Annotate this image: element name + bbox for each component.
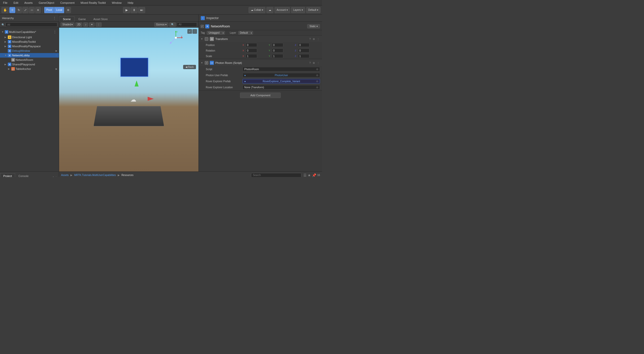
breadcrumb-assets[interactable]: Assets [61,174,69,176]
pos-y-input[interactable] [272,43,283,47]
hand-tool-btn[interactable]: ✋ [2,7,9,13]
pause-btn[interactable]: ⏸ [131,7,138,13]
project-more-btn[interactable]: ⋮ [55,176,57,177]
tree-item-debug-window[interactable]: ⊕ DebugWindow ▶ [0,49,59,53]
collab-btn[interactable]: ☁ Collab ▾ [249,7,265,13]
name-directional-light: Directional Light [12,36,32,39]
asset-star-btn[interactable]: ★ [308,173,311,177]
local-btn[interactable]: Local [54,7,64,13]
menu-file[interactable]: File [2,1,9,5]
tree-item-mrtk[interactable]: ▶ ⊕ MixedRealityToolkit [0,39,59,44]
shading-mode-dropdown[interactable]: Shaded ▾ [61,22,74,27]
photon-more-btn[interactable]: ⋮ [316,62,320,64]
gizmos-dropdown[interactable]: Gizmos ▾ [154,22,168,27]
menu-gameobject[interactable]: GameObject [38,1,55,5]
transform-more-btn[interactable]: ⋮ [316,38,320,40]
scene-viewport[interactable]: ☁ ◀ Back Y X Z ⤢ ⋮ [59,28,198,171]
scale-tool-btn[interactable]: ⤢ [22,7,28,13]
layers-dropdown[interactable]: Layers ▾ [291,7,305,13]
add-component-button[interactable]: Add Component [240,93,281,98]
tree-item-network-lobby[interactable]: ▼ ⊕ NetworkLobby ⋮ [0,53,59,58]
transform-header[interactable]: ▼ ⊕ Transform ? ⚙ ⋮ [199,36,322,42]
back-btn[interactable]: ◀ Back [183,65,196,69]
static-dropdown[interactable]: Static ▾ [307,24,320,28]
asset-pin-btn[interactable]: 📌 [312,173,316,177]
hierarchy-search-input[interactable] [6,22,57,27]
scene-maximize-btn[interactable]: ⤢ [187,29,192,34]
scene-menu-btn[interactable]: ⋮ [192,29,197,34]
rot-x-input[interactable] [246,49,257,53]
transform-help-btn[interactable]: ? [309,38,311,40]
pos-z-input[interactable] [298,43,309,47]
name-mrtk: MixedRealityToolkit [12,40,36,43]
pivot-btn[interactable]: Pivot [44,7,54,13]
menu-mixed-reality[interactable]: Mixed Reality Toolkit [79,1,107,5]
rotate-tool-btn[interactable]: ↻ [16,7,22,13]
account-dropdown[interactable]: Account ▾ [274,7,290,13]
move-tool-btn[interactable]: ✛ [9,7,15,13]
hierarchy-more-btn[interactable]: ⋮ [52,16,57,21]
layout-dropdown[interactable]: Default ▾ [306,7,320,13]
scene-cloud: ☁ [130,96,136,103]
menu-window[interactable]: Window [111,1,123,5]
script-field[interactable]: PhotonRoom ◎ [243,67,320,71]
tab-asset-store[interactable]: Asset Store [90,16,111,22]
scene-search-btn[interactable]: 🔍 [169,22,176,27]
scale-z-input[interactable] [298,54,309,58]
tree-item-mrtk-playspace[interactable]: ▶ ⊕ MixedRealityPlayspace [0,44,59,49]
photon-toggle[interactable]: ✓ [205,61,208,65]
step-btn[interactable]: ⏭ [138,7,145,13]
cloud-btn[interactable]: ☁ [266,7,273,13]
root-more-btn[interactable]: ⋮ [52,29,57,34]
tree-item-table-anchor[interactable]: ▶ ⚓ TableAnchor ▶ [0,67,59,71]
menu-component[interactable]: Component [59,1,75,5]
breadcrumb-mrtk-multi[interactable]: MRTK.Tutorials.MultiUserCapabilities [74,174,116,176]
asset-list-view-btn[interactable]: ☰ [303,173,307,177]
2d-toggle[interactable]: 2D [75,22,82,27]
scale-y-input[interactable] [272,54,283,58]
rover-location-field[interactable]: None (Transform) ◎ [243,85,320,90]
icon-anchor: ⚓ [11,67,15,71]
transform-toggle[interactable] [205,37,208,41]
inspector-icon: i [201,16,205,20]
hierarchy-root[interactable]: ▼ ⊕ MultiUserCapabilities* ⋮ [0,29,59,35]
scene-options-btn[interactable]: ⋮ [96,22,102,27]
effects-btn[interactable]: ✦ [89,22,95,27]
tab-scene[interactable]: Scene [59,16,74,22]
scene-search-input[interactable] [177,22,197,27]
transform-tool-btn[interactable]: ⊕ [35,7,41,13]
prefab-icon: ● [244,74,246,77]
menu-help[interactable]: Help [127,1,135,5]
tab-game[interactable]: Game [74,16,90,22]
rotation-z-field: Z [295,49,320,53]
layer-dropdown[interactable]: Default [238,31,253,35]
transform-section: ▼ ⊕ Transform ? ⚙ ⋮ Position X [199,36,322,59]
photon-user-prefab-field[interactable]: ● PhotonUser ◎ [243,73,320,77]
tree-item-shared-playground[interactable]: ▶ ⊕ SharedPlayground [0,62,59,67]
shading-mode-chevron: ▾ [71,23,73,26]
scale-x-input[interactable] [246,54,257,58]
transform-settings-btn[interactable]: ⚙ [312,38,315,40]
rect-tool-btn[interactable]: ▭ [29,7,35,13]
tree-item-network-room[interactable]: ⊕ NetworkRoom [0,58,59,62]
rot-z-input[interactable] [298,49,309,53]
asset-search-input[interactable] [251,173,301,177]
rover-explorer-prefab-field[interactable]: ● RoverExplorer_Complete_Variant ◎ [243,79,320,83]
tab-console[interactable]: Console [15,173,32,177]
photon-help-btn[interactable]: ? [309,62,311,64]
snap-btn[interactable]: ⊞ [65,7,71,13]
photon-settings-btn[interactable]: ⚙ [312,62,315,64]
scene-blue-panel [120,58,148,77]
tree-item-directional-light[interactable]: ▶ ☀ Directional Light [0,35,59,39]
tag-dropdown[interactable]: Untagged [207,31,225,35]
audio-btn[interactable]: ♪ [83,22,88,27]
object-active-checkbox[interactable]: ✓ [201,25,204,28]
rot-y-input[interactable] [272,49,283,53]
menu-assets[interactable]: Assets [23,1,34,5]
project-maximize-btn[interactable]: ⤢ [52,176,54,177]
photon-room-header[interactable]: ▼ ✓ C# Photon Room (Script) ? ⚙ ⋮ [199,60,322,66]
menu-edit[interactable]: Edit [13,1,19,5]
tab-project[interactable]: Project [0,173,15,177]
play-btn[interactable]: ▶ [123,7,130,13]
pos-x-input[interactable] [246,43,257,47]
